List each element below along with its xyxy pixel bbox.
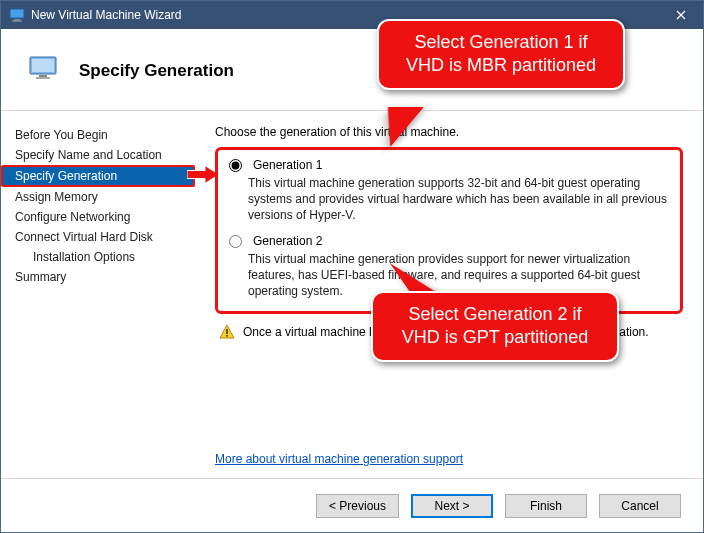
step-configure-networking[interactable]: Configure Networking [1,207,201,227]
callout-generation-2: Select Generation 2 if VHD is GPT partit… [371,291,619,362]
svg-rect-2 [12,21,22,22]
app-icon [9,7,25,23]
wizard-window: New Virtual Machine Wizard Specify Gener… [0,0,704,533]
instruction-text: Choose the generation of this virtual ma… [215,125,683,139]
warning-icon [219,324,235,340]
cancel-button[interactable]: Cancel [599,494,681,518]
radio-generation-2[interactable] [229,235,242,248]
step-installation-options[interactable]: Installation Options [1,247,201,267]
svg-rect-6 [36,77,50,79]
svg-rect-0 [10,9,24,18]
option-label: Generation 1 [253,158,322,172]
step-label: Specify Generation [15,169,117,183]
step-specify-name[interactable]: Specify Name and Location [1,145,201,165]
option-generation-1[interactable]: Generation 1 [224,158,670,172]
svg-rect-5 [39,75,47,77]
page-header-icon [29,56,57,83]
option-1-description: This virtual machine generation supports… [248,175,670,224]
step-before-you-begin[interactable]: Before You Begin [1,125,201,145]
step-specify-generation[interactable]: Specify Generation [1,165,195,187]
previous-button[interactable]: < Previous [316,494,399,518]
window-title: New Virtual Machine Wizard [31,8,182,22]
svg-rect-1 [14,19,20,21]
step-summary[interactable]: Summary [1,267,201,287]
close-button[interactable] [659,1,703,29]
option-label: Generation 2 [253,234,322,248]
generation-options-group: Generation 1 This virtual machine genera… [215,147,683,314]
svg-rect-8 [226,335,228,337]
finish-button[interactable]: Finish [505,494,587,518]
callout-generation-1: Select Generation 1 if VHD is MBR partit… [377,19,625,90]
svg-rect-7 [226,329,228,334]
step-connect-vhd[interactable]: Connect Virtual Hard Disk [1,227,201,247]
radio-generation-1[interactable] [229,159,242,172]
wizard-button-bar: < Previous Next > Finish Cancel [1,478,703,532]
next-button[interactable]: Next > [411,494,493,518]
step-assign-memory[interactable]: Assign Memory [1,187,201,207]
svg-rect-4 [32,59,54,72]
page-title: Specify Generation [79,61,234,81]
option-generation-2[interactable]: Generation 2 [224,234,670,248]
more-about-link[interactable]: More about virtual machine generation su… [215,452,463,466]
wizard-steps-sidebar: Before You Begin Specify Name and Locati… [1,111,201,478]
